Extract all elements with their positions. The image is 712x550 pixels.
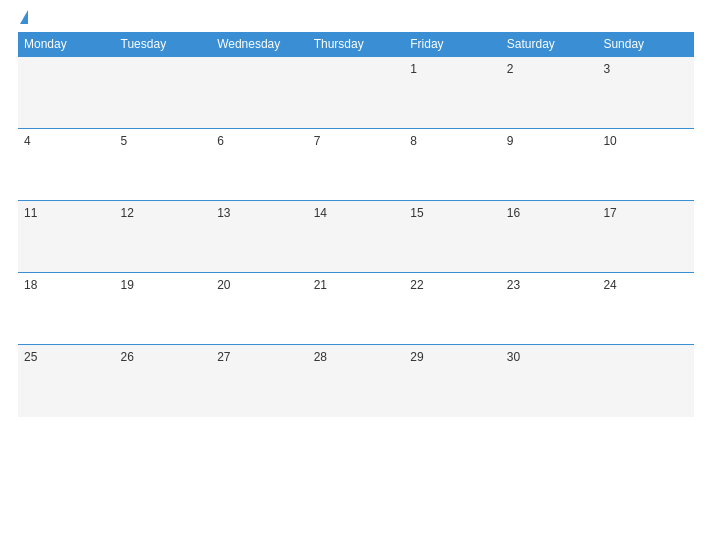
calendar-day-30: 30 (501, 345, 598, 417)
weekday-header-sunday: Sunday (597, 32, 694, 57)
calendar-week-row: 45678910 (18, 129, 694, 201)
calendar-day-9: 9 (501, 129, 598, 201)
day-number: 12 (121, 206, 134, 220)
day-number: 3 (603, 62, 610, 76)
calendar-day-19: 19 (115, 273, 212, 345)
calendar-day-26: 26 (115, 345, 212, 417)
calendar-day-empty (211, 57, 308, 129)
day-number: 30 (507, 350, 520, 364)
calendar-day-16: 16 (501, 201, 598, 273)
calendar-day-3: 3 (597, 57, 694, 129)
day-number: 29 (410, 350, 423, 364)
calendar-day-21: 21 (308, 273, 405, 345)
weekday-header-tuesday: Tuesday (115, 32, 212, 57)
calendar-day-8: 8 (404, 129, 501, 201)
calendar-day-1: 1 (404, 57, 501, 129)
calendar-day-7: 7 (308, 129, 405, 201)
day-number: 23 (507, 278, 520, 292)
weekday-header-row: MondayTuesdayWednesdayThursdayFridaySatu… (18, 32, 694, 57)
day-number: 4 (24, 134, 31, 148)
calendar-day-29: 29 (404, 345, 501, 417)
day-number: 21 (314, 278, 327, 292)
calendar-day-27: 27 (211, 345, 308, 417)
day-number: 16 (507, 206, 520, 220)
calendar-day-11: 11 (18, 201, 115, 273)
day-number: 27 (217, 350, 230, 364)
calendar-day-empty (18, 57, 115, 129)
calendar-day-empty (115, 57, 212, 129)
calendar-day-10: 10 (597, 129, 694, 201)
calendar-day-6: 6 (211, 129, 308, 201)
calendar-day-13: 13 (211, 201, 308, 273)
day-number: 28 (314, 350, 327, 364)
day-number: 25 (24, 350, 37, 364)
day-number: 13 (217, 206, 230, 220)
day-number: 15 (410, 206, 423, 220)
calendar-day-12: 12 (115, 201, 212, 273)
calendar-day-22: 22 (404, 273, 501, 345)
day-number: 10 (603, 134, 616, 148)
calendar-day-20: 20 (211, 273, 308, 345)
calendar-day-15: 15 (404, 201, 501, 273)
weekday-header-wednesday: Wednesday (211, 32, 308, 57)
logo-triangle-icon (20, 10, 28, 24)
calendar-day-empty (308, 57, 405, 129)
calendar-header (18, 10, 694, 24)
calendar-day-23: 23 (501, 273, 598, 345)
day-number: 8 (410, 134, 417, 148)
day-number: 6 (217, 134, 224, 148)
day-number: 14 (314, 206, 327, 220)
day-number: 11 (24, 206, 37, 220)
day-number: 22 (410, 278, 423, 292)
day-number: 18 (24, 278, 37, 292)
day-number: 24 (603, 278, 616, 292)
calendar-day-4: 4 (18, 129, 115, 201)
day-number: 20 (217, 278, 230, 292)
calendar-day-25: 25 (18, 345, 115, 417)
day-number: 5 (121, 134, 128, 148)
day-number: 1 (410, 62, 417, 76)
day-number: 17 (603, 206, 616, 220)
calendar-day-17: 17 (597, 201, 694, 273)
calendar-day-2: 2 (501, 57, 598, 129)
calendar-day-28: 28 (308, 345, 405, 417)
day-number: 2 (507, 62, 514, 76)
calendar-week-row: 123 (18, 57, 694, 129)
logo (18, 10, 30, 24)
calendar-day-24: 24 (597, 273, 694, 345)
day-number: 7 (314, 134, 321, 148)
calendar-page: MondayTuesdayWednesdayThursdayFridaySatu… (0, 0, 712, 550)
calendar-day-empty (597, 345, 694, 417)
weekday-header-thursday: Thursday (308, 32, 405, 57)
calendar-day-18: 18 (18, 273, 115, 345)
calendar-day-14: 14 (308, 201, 405, 273)
day-number: 9 (507, 134, 514, 148)
calendar-week-row: 252627282930 (18, 345, 694, 417)
calendar-week-row: 18192021222324 (18, 273, 694, 345)
calendar-table: MondayTuesdayWednesdayThursdayFridaySatu… (18, 32, 694, 417)
calendar-week-row: 11121314151617 (18, 201, 694, 273)
day-number: 19 (121, 278, 134, 292)
calendar-day-5: 5 (115, 129, 212, 201)
day-number: 26 (121, 350, 134, 364)
weekday-header-monday: Monday (18, 32, 115, 57)
weekday-header-friday: Friday (404, 32, 501, 57)
weekday-header-saturday: Saturday (501, 32, 598, 57)
